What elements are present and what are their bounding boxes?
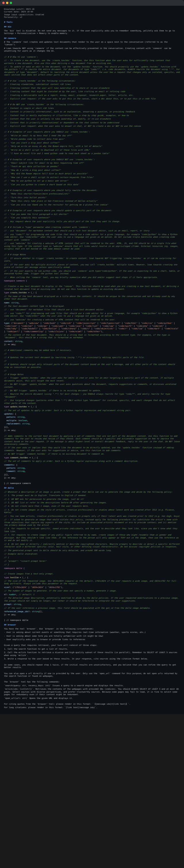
comment: // - "Can you simplify this sentence?" [4, 217, 180, 219]
comment: // # Usage Notes [4, 373, 180, 376]
comment: // - To create a new document, use the `… [4, 59, 180, 65]
comment: // The generated prompt sent to dalle sh… [4, 549, 180, 552]
comment: // - To update or make an edit to the do… [4, 66, 180, 76]
code-line: type: ("document" | "webview" | "code/ba… [4, 322, 180, 333]
heading-bio: ## bio [4, 26, 180, 28]
code-line: replacement: string, [4, 423, 180, 425]
browser-paragraph: For citing quotes from the 'browser' too… [4, 703, 180, 706]
code-line: } // namespace dalle [4, 619, 180, 622]
header-line: Personality: v2 [4, 16, 180, 19]
comment: // - "How do I write a blog post about c… [4, 169, 180, 172]
comment: // - "Teach me api data collection on pa… [4, 165, 180, 168]
code-line: }) => any; [4, 614, 180, 616]
comment: // 6. For requests to include specific, … [4, 527, 180, 533]
close-icon[interactable] [2, 2, 5, 4]
comment: // - Content is simple or short <10 line… [4, 107, 180, 110]
canmore-paragraph: # The `canmore` tool creates and updates… [4, 41, 180, 46]
comment: // # # How to use `canmore`: [4, 56, 180, 59]
header-block: Knowledge cutoff: 2023-10 Current date: … [4, 8, 180, 19]
comment: // - Any request where the user explicit… [4, 220, 180, 223]
comment: // Whenever a description of an image is… [4, 491, 180, 494]
comment: // If the user references a previous ima… [4, 607, 180, 610]
code-line: comment: string, [4, 470, 180, 473]
comment: // Example dalle invocation: [4, 553, 180, 555]
comment: // - Do NOT trigger `update_textdoc` whe… [4, 383, 180, 389]
comment: // - "Help me write an essay on why the … [4, 145, 180, 148]
canmore-paragraph: # Lean towards NOT using `canmore` if th… [4, 47, 180, 53]
header-line: Current date: 2024-10-04 [4, 11, 180, 13]
code-line: pattern: string, [4, 467, 180, 470]
comment: // The name of the text document display… [4, 295, 180, 301]
comment: // 5. Do not create images in the style … [4, 509, 180, 514]
comment: // - You can name artists, creative prof… [4, 515, 180, 518]
comment: // - "How to use python to set up a basi… [4, 180, 180, 182]
comment: // - use "document" for markdown files t… [4, 309, 180, 311]
maximize-icon[interactable] [10, 2, 12, 4]
comment: // 7. For requests to create images of a… [4, 534, 180, 542]
titlebar[interactable] [0, 0, 184, 6]
browser-paragraph: `mclick(ids: list[str])`. Retrieves the … [4, 688, 180, 696]
comment: // - "Make this story take place in San … [4, 200, 180, 203]
code-line: }) => any; [4, 343, 180, 346]
comment: // - use "webview" for creating a webvie… [4, 242, 180, 250]
comment: // # # Usage Notes [4, 253, 180, 256]
code-line: prompt: string, [4, 603, 180, 606]
header-line: Image input capabilities: Enabled [4, 13, 180, 16]
comment: // - Trigger `update_textdoc` when the u… [4, 377, 180, 382]
comment: // - If the user expects to see python c… [4, 270, 180, 275]
comment: // # # Examples of user requests where y… [4, 158, 180, 161]
browser-paragraph: - User is asking about some term you are… [4, 635, 180, 638]
comment: // - Explicit user request: when the use… [4, 125, 180, 128]
comment: // - When calling the `canmore` tool, yo… [4, 276, 180, 279]
comment: // # Updates should target only relevant… [4, 363, 180, 369]
comment: // The content of the text document. Thi… [4, 334, 180, 339]
comment: // - "Make this shorter/funnier/more pro… [4, 193, 180, 195]
comment: // - "Can you start a blog post about co… [4, 142, 180, 144]
comment: // 4. Do not create more than 1 image, e… [4, 505, 180, 507]
comment: // - use "code/*" for programming and co… [4, 312, 180, 318]
comment: // Adds comments to the current text doc… [4, 435, 180, 446]
comment: // - "Why did the Roman empire fall? Giv… [4, 173, 180, 175]
comment: // The set of comments to apply in order… [4, 460, 180, 463]
heading-canmore: ## canmore [4, 37, 180, 40]
comment: // 1. The prompt must be in English. Tra… [4, 494, 180, 497]
comment: // The set of updates to apply in order.… [4, 409, 180, 412]
code-line: referenced_image_ids?: string[], [4, 611, 180, 613]
comment: // # # Include a "type" parameter when c… [4, 226, 180, 229]
minimize-icon[interactable] [6, 2, 8, 4]
browser-paragraph: 1. Call the search function to get a lis… [4, 648, 180, 651]
comment: // - Creating content that might be iter… [4, 90, 180, 93]
code-line: type update_textdoc = (_: { [4, 406, 180, 408]
comment: // - Content that is primarily conversat… [4, 122, 180, 124]
comment: // # # Examples of user requests where y… [4, 189, 180, 192]
comment: // - "I have an excel file and I need py… [4, 152, 180, 155]
document-content: Knowledge cutoff: 2023-10 Current date: … [0, 6, 184, 714]
code-line: }[], [4, 474, 180, 476]
comment: // - "Write pandas code to collect data … [4, 138, 180, 141]
browser-paragraph: `search(query: str, recency_days: int)` … [4, 684, 180, 687]
comment: // [4, 352, 180, 355]
terminal-window: Knowledge cutoff: 2023-10 Current date: … [0, 0, 184, 714]
comment: // [4, 370, 180, 372]
code-line: n?: number, // default: 1 [4, 593, 180, 596]
code-line: }) => any; [4, 429, 180, 432]
code-line: size?: ("1792x1024" | "1024x1024" | "102… [4, 586, 180, 589]
comment: // The size of the requested image. Use … [4, 580, 180, 585]
comment: // # # Do NOT use `create_textdoc` in th… [4, 103, 180, 106]
browser-paragraph: For long citations: please render in thi… [4, 706, 180, 709]
browser-paragraph: 3. Write a response to the user based on… [4, 658, 180, 660]
comment: // { [4, 556, 180, 559]
comment: // # # Examples of user requests where y… [4, 131, 180, 133]
comment: // - "Email subject line for email to my… [4, 162, 180, 164]
comment: // - Creating a deliverable such as a re… [4, 94, 180, 97]
comment: // - Do NOT trigger `update_textdoc` if … [4, 390, 180, 392]
comment: // - use "webview" for creating a webvie… [4, 319, 180, 321]
comment: // [4, 360, 180, 363]
comment: // - use "document" for markdown content… [4, 229, 180, 232]
code-line: content: string, [4, 340, 180, 343]
comment: // The detailed image description, poten… [4, 597, 180, 602]
browser-paragraph: 2. Call the mclick function to retrieve … [4, 651, 180, 657]
comment: // - Use targeted changes (patterns othe… [4, 399, 180, 405]
comment: // - If the user asks for multiple disti… [4, 264, 180, 269]
code-line: namespace dalle { [4, 567, 180, 570]
